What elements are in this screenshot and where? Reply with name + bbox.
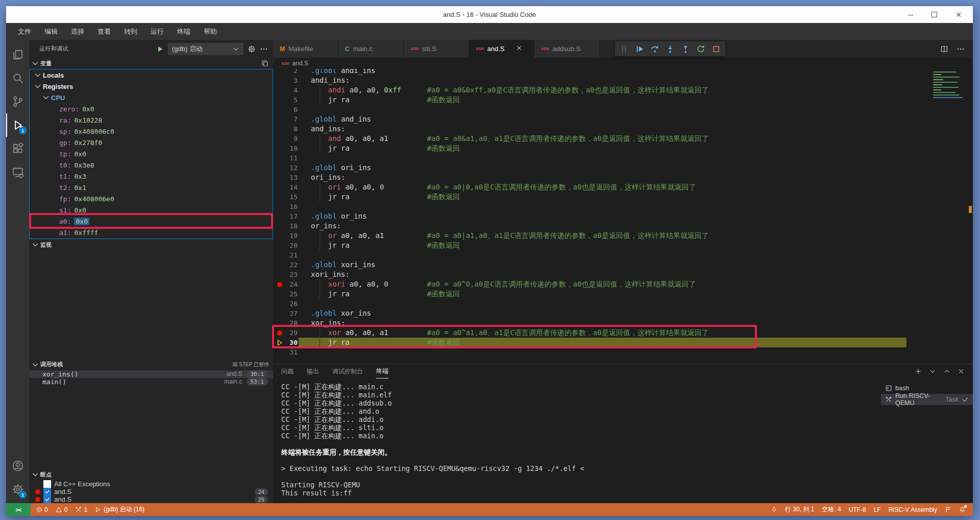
code-line[interactable]: 10 jr ra#函数返回	[273, 144, 973, 153]
status-flame[interactable]	[771, 506, 777, 513]
variable-row[interactable]: zero:0x0	[30, 103, 273, 114]
start-debug-icon[interactable]	[156, 45, 164, 53]
menu-item-3[interactable]: 选择	[64, 25, 91, 39]
activity-item-extensions[interactable]	[6, 137, 29, 160]
breadcrumb[interactable]: ASM and.S	[273, 58, 973, 69]
code-line[interactable]: 22.globl xori_ins	[273, 260, 973, 270]
variable-row[interactable]: Locals	[30, 69, 273, 81]
status-info-5[interactable]: RISC-V Assembly	[889, 506, 937, 513]
variable-row[interactable]: tp:0x0	[30, 148, 273, 159]
status-flag[interactable]	[945, 506, 951, 513]
variables-section-header[interactable]: 变量	[29, 58, 273, 69]
maximize-panel-icon[interactable]	[943, 368, 950, 375]
code-line[interactable]: 16	[273, 202, 973, 211]
code-line[interactable]: 15 jr ra#函数返回	[273, 192, 973, 202]
code-line[interactable]: 24 xori a0, a0, 0#a0 = a0^0,a0是C语言调用者传递的…	[273, 279, 973, 289]
activity-item-search[interactable]	[6, 66, 29, 90]
debug-config-select[interactable]: (gdb) 启动	[168, 43, 243, 55]
variable-row[interactable]: ra:0x10228	[30, 114, 273, 126]
menu-item-6[interactable]: 运行	[144, 25, 170, 39]
status-tools[interactable]: 1	[75, 506, 87, 513]
variable-row[interactable]: CPU	[30, 92, 273, 103]
status-info-1[interactable]: 行 30, 列 1	[785, 505, 814, 514]
line-gutter[interactable]: 18	[273, 221, 311, 231]
variable-row[interactable]: sp:0x408006c0	[30, 126, 273, 137]
breakpoint-checkbox[interactable]	[43, 495, 51, 503]
line-gutter[interactable]: 10	[273, 144, 311, 153]
restore-icon[interactable]	[932, 12, 937, 17]
continue-icon[interactable]	[635, 44, 644, 54]
line-gutter[interactable]: 22	[273, 260, 311, 270]
minimize-icon[interactable]: ─	[908, 11, 913, 18]
line-gutter[interactable]: 12	[273, 163, 311, 173]
status-error[interactable]: 0	[36, 506, 48, 513]
code-line[interactable]: 26	[273, 299, 973, 309]
tab-and.S[interactable]: ASMand.S	[469, 40, 534, 58]
call-stack-frame[interactable]: xor_ins()and.S30:1	[29, 370, 273, 378]
minimap[interactable]	[933, 70, 965, 98]
code-line[interactable]: 20 jr ra#函数返回	[273, 241, 973, 250]
code-line[interactable]: 12.globl ori_ins	[273, 163, 973, 173]
line-gutter[interactable]: 26	[273, 299, 311, 309]
close-icon[interactable]: ✕	[955, 11, 962, 18]
breakpoint-row[interactable]: and.S24	[29, 488, 273, 495]
line-gutter[interactable]: 16	[273, 202, 311, 211]
code-line[interactable]: 17.globl or_ins	[273, 211, 973, 221]
line-gutter[interactable]: 24	[273, 279, 311, 289]
line-gutter[interactable]: 31	[273, 347, 311, 357]
status-info-2[interactable]: 空格: 4	[822, 505, 841, 514]
code-line[interactable]: 3andi_ins:	[273, 76, 973, 85]
line-gutter[interactable]: 4	[273, 85, 311, 95]
line-gutter[interactable]: 25	[273, 289, 311, 299]
line-gutter[interactable]: 23	[273, 270, 311, 279]
tab-addsub.S[interactable]: ASMaddsub.S	[534, 40, 600, 58]
code-line[interactable]: 14 ori a0, a0, 0#a0 = a0|0,a0是C语言调用者传递的参…	[273, 182, 973, 192]
line-gutter[interactable]: 3	[273, 76, 311, 85]
code-line[interactable]: 31	[273, 347, 973, 357]
line-gutter[interactable]: 13	[273, 173, 311, 182]
line-gutter[interactable]: 20	[273, 241, 311, 250]
code-line[interactable]: 23xori_ins:	[273, 270, 973, 279]
tab-slti.S[interactable]: ASMslti.S	[404, 40, 469, 58]
close-panel-icon[interactable]	[958, 368, 965, 375]
panel-tab-问题[interactable]: 问题	[281, 364, 293, 379]
line-gutter[interactable]: 7	[273, 114, 311, 124]
code-line[interactable]: 8and_ins:	[273, 124, 973, 134]
code-line[interactable]: 11	[273, 153, 973, 163]
call-stack-frame[interactable]: main()main.c53:1	[29, 378, 273, 386]
line-gutter[interactable]: 17	[273, 211, 311, 221]
gear-icon[interactable]	[248, 45, 256, 53]
step-into-icon[interactable]	[666, 44, 675, 54]
stop-icon[interactable]	[712, 44, 721, 54]
activity-item-explorer[interactable]	[6, 43, 29, 66]
panel-tab-输出[interactable]: 输出	[307, 364, 319, 379]
breakpoint-row[interactable]: and.S29	[29, 495, 273, 503]
line-gutter[interactable]: 21	[273, 250, 311, 260]
new-terminal-icon[interactable]	[915, 368, 922, 375]
tab-main.c[interactable]: Cmain.c	[338, 40, 404, 58]
breakpoints-section-header[interactable]: 断点	[29, 469, 273, 480]
code-editor[interactable]: 2.globl andi_ins3andi_ins:4 andi a0, a0,…	[273, 69, 973, 364]
line-gutter[interactable]: 15	[273, 192, 311, 202]
activity-item-remote-explorer[interactable]	[6, 160, 29, 184]
copy-icon[interactable]	[261, 59, 269, 67]
line-gutter[interactable]: 11	[273, 153, 311, 163]
line-gutter[interactable]: 27	[273, 309, 311, 318]
status-bell[interactable]	[959, 506, 966, 513]
drag-handle-icon[interactable]	[620, 44, 629, 54]
menu-item-4[interactable]: 查看	[91, 25, 117, 39]
line-gutter[interactable]: 9	[273, 134, 311, 144]
status-warning[interactable]: 0	[56, 506, 68, 513]
code-line[interactable]: 19 or a0, a0, a1#a0 = a0|a1,a0、a1是C语言调用者…	[273, 231, 973, 241]
variable-row[interactable]: t0:0x3e8	[30, 159, 273, 171]
activity-item-settings[interactable]: 1	[6, 478, 29, 501]
activity-item-account[interactable]	[6, 454, 29, 478]
code-line[interactable]: 5 jr ra#函数返回	[273, 95, 973, 105]
breakpoint-checkbox[interactable]	[43, 488, 51, 495]
variable-row[interactable]: t2:0x1	[30, 182, 273, 193]
line-gutter[interactable]: 6	[273, 105, 311, 114]
tab-Makefile[interactable]: MMakefile	[273, 40, 338, 58]
line-gutter[interactable]: 8	[273, 124, 311, 134]
line-gutter[interactable]: 2	[273, 69, 311, 76]
menu-item-2[interactable]: 编辑	[38, 25, 64, 39]
